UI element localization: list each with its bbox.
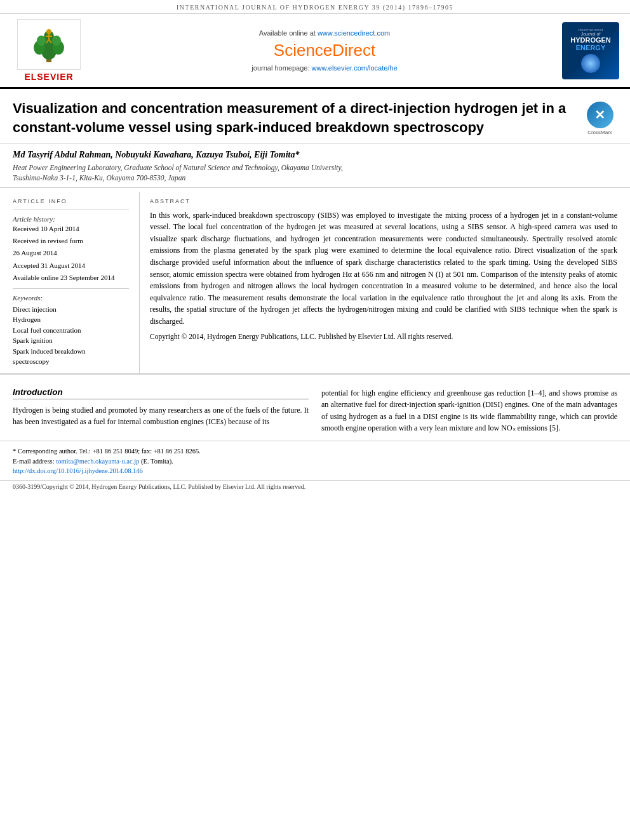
elsevier-logo-box — [17, 19, 81, 70]
authors-names: Md Tasyrif Abdul Rahman, Nobuyuki Kawaha… — [13, 150, 617, 160]
badge-journal: Journal of — [581, 32, 601, 36]
article-history-label: Article history: — [13, 215, 129, 223]
footnote-corresponding: * Corresponding author. Tel.: +81 86 251… — [13, 446, 617, 457]
introduction-right-text: potential for high engine efficiency and… — [321, 387, 617, 434]
revised-date: 26 August 2014 — [13, 248, 129, 258]
keyword-spark-ignition: Spark ignition — [13, 335, 129, 346]
journal-homepage-text: journal homepage: www.elsevier.com/locat… — [251, 64, 397, 72]
doi-link[interactable]: http://dx.doi.org/10.1016/j.ijhydene.201… — [13, 467, 143, 474]
sciencedirect-logo: ScienceDirect — [274, 41, 375, 60]
introduction-heading: Introduction — [13, 387, 309, 399]
elsevier-text: ELSEVIER — [24, 72, 73, 82]
introduction-left-text: Hydrogen is being studied and promoted b… — [13, 404, 309, 428]
affiliation: Heat Power Engineering Laboratory, Gradu… — [13, 163, 617, 183]
footnote-email-link[interactable]: tomita@mech.okayama-u.ac.jp — [56, 458, 139, 465]
introduction-section: Introduction Hydrogen is being studied a… — [0, 375, 630, 441]
journal-url[interactable]: www.elsevier.com/locate/he — [312, 64, 398, 72]
journal-bar: INTERNATIONAL JOURNAL OF HYDROGEN ENERGY… — [0, 0, 630, 14]
available-online-text: Available online at www.sciencedirect.co… — [259, 29, 390, 37]
revised-label: Received in revised form — [13, 236, 129, 246]
svg-point-8 — [46, 29, 51, 34]
article-body: ARTICLE INFO Article history: Received 1… — [0, 192, 630, 375]
paper-title: Visualization and concentration measurem… — [13, 99, 572, 137]
abstract-body: In this work, spark-induced breakdown sp… — [150, 211, 617, 326]
badge-energy: ENERGY — [576, 44, 605, 51]
header-center: Available online at www.sciencedirect.co… — [95, 19, 554, 82]
svg-point-7 — [52, 36, 61, 46]
badge-hydrogen: HYDROGEN — [570, 36, 611, 44]
affiliation-line2: Tsushima-Naka 3-1-1, Kita-Ku, Okayama 70… — [13, 174, 185, 182]
elsevier-logo-area: ELSEVIER — [8, 19, 90, 82]
abstract-copyright: Copyright © 2014, Hydrogen Energy Public… — [150, 331, 617, 343]
title-section: Visualization and concentration measurem… — [0, 89, 630, 143]
elsevier-tree-svg — [23, 25, 74, 63]
abstract-title: ABSTRACT — [150, 198, 617, 204]
journal-bar-text: INTERNATIONAL JOURNAL OF HYDROGEN ENERGY… — [177, 4, 453, 11]
bottom-copyright-bar: 0360-3199/Copyright © 2014, Hydrogen Ene… — [0, 480, 630, 493]
crossmark-label: CrossMark — [587, 130, 612, 135]
abstract-section: ABSTRACT In this work, spark-induced bre… — [140, 192, 617, 373]
sciencedirect-url[interactable]: www.sciencedirect.com — [318, 29, 390, 37]
received-date: Received 10 April 2014 — [13, 224, 129, 234]
keyword-direct-injection: Direct injection — [13, 304, 129, 315]
keywords-list: Direct injection Hydrogen Local fuel con… — [13, 304, 129, 367]
abstract-text: In this work, spark-induced breakdown sp… — [150, 210, 617, 343]
title-text-area: Visualization and concentration measurem… — [13, 99, 572, 137]
available-online-date: Available online 23 September 2014 — [13, 273, 129, 283]
article-info-title: ARTICLE INFO — [13, 198, 129, 204]
introduction-right: potential for high engine efficiency and… — [321, 387, 617, 434]
header: ELSEVIER Available online at www.science… — [0, 14, 630, 89]
footnote-doi: http://dx.doi.org/10.1016/j.ijhydene.201… — [13, 466, 617, 476]
info-divider-2 — [13, 288, 129, 289]
info-divider-1 — [13, 210, 129, 210]
article-info-panel: ARTICLE INFO Article history: Received 1… — [13, 192, 140, 373]
crossmark-icon: ✕ — [587, 102, 613, 128]
journal-badge-area: International Journal of HYDROGEN ENERGY — [559, 19, 622, 82]
bottom-copyright-text: 0360-3199/Copyright © 2014, Hydrogen Ene… — [13, 483, 305, 490]
badge-circle — [581, 54, 600, 73]
footnote-email: E-mail address: tomita@mech.okayama-u.ac… — [13, 457, 617, 467]
crossmark-area: ✕ CrossMark — [582, 102, 617, 135]
accepted-date: Accepted 31 August 2014 — [13, 261, 129, 270]
introduction-left: Introduction Hydrogen is being studied a… — [13, 387, 309, 434]
keyword-local-fuel: Local fuel concentration — [13, 325, 129, 336]
keyword-spectroscopy: spectroscopy — [13, 356, 129, 367]
authors-section: Md Tasyrif Abdul Rahman, Nobuyuki Kawaha… — [0, 143, 630, 187]
hydrogen-energy-badge: International Journal of HYDROGEN ENERGY — [562, 22, 619, 79]
keyword-spark-induced: Spark induced breakdown — [13, 346, 129, 357]
affiliation-line1: Heat Power Engineering Laboratory, Gradu… — [13, 164, 343, 171]
keywords-label: Keywords: — [13, 294, 129, 302]
svg-point-6 — [37, 36, 46, 46]
keyword-hydrogen: Hydrogen — [13, 314, 129, 325]
footnote-area: * Corresponding author. Tel.: +81 86 251… — [0, 441, 630, 480]
